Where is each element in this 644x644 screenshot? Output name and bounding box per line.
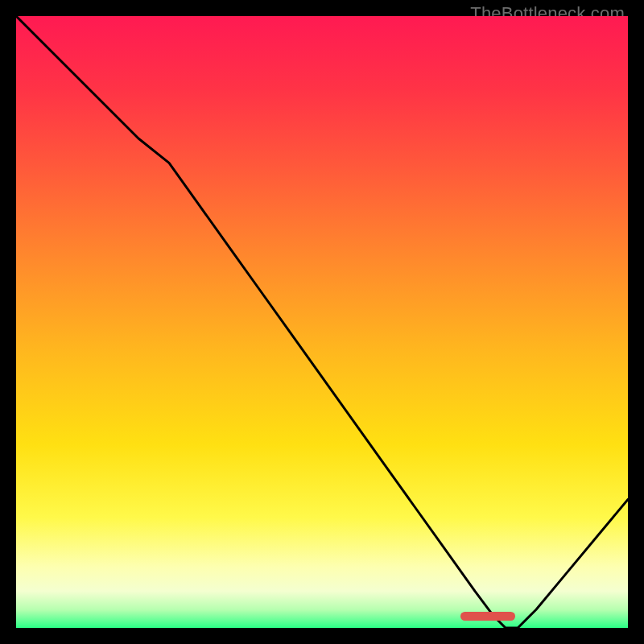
- bottleneck-chart: [16, 16, 628, 628]
- optimal-range-marker: [460, 612, 515, 621]
- chart-container: TheBottleneck.com: [0, 0, 644, 644]
